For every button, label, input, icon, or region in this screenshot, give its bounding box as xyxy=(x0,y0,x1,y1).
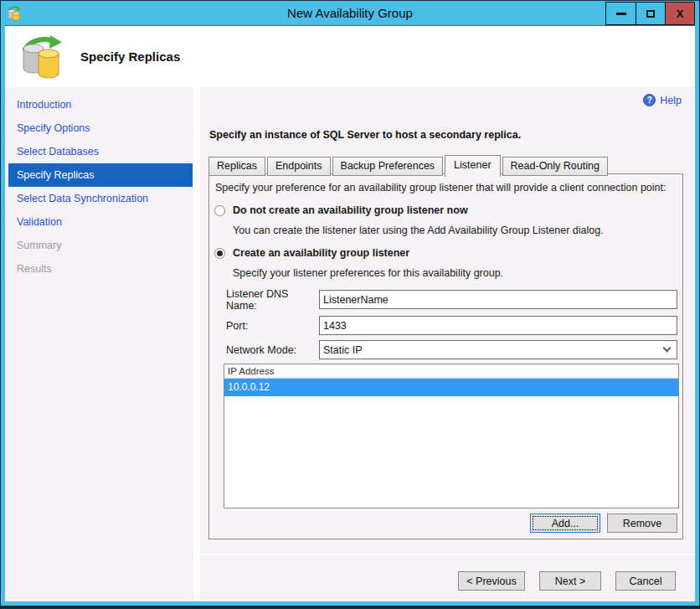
tab-endpoints[interactable]: Endpoints xyxy=(267,157,331,176)
option-no-listener-description: You can create the listener later using … xyxy=(233,225,604,236)
tab-strip: Replicas Endpoints Backup Preferences Li… xyxy=(208,155,610,176)
tab-listener[interactable]: Listener xyxy=(445,155,500,177)
port-label: Port: xyxy=(226,320,319,332)
listener-dns-name-input[interactable] xyxy=(319,290,677,309)
ip-address-list[interactable]: IP Address 10.0.0.12 xyxy=(224,364,679,508)
availability-group-icon xyxy=(18,33,67,80)
main-area: Introduction Specify Options Select Data… xyxy=(5,87,695,601)
add-button[interactable]: Add... xyxy=(530,514,600,533)
sidebar-item-specify-options[interactable]: Specify Options xyxy=(8,116,193,140)
ip-address-row[interactable]: 10.0.0.12 xyxy=(224,379,678,396)
network-mode-value: Static IP xyxy=(323,344,363,356)
remove-button[interactable]: Remove xyxy=(607,514,677,533)
option-create-listener-description: Specify your listener preferences for th… xyxy=(233,267,503,279)
help-icon: ? xyxy=(643,94,656,106)
network-mode-select[interactable]: Static IP xyxy=(319,340,677,359)
tab-read-only-routing[interactable]: Read-Only Routing xyxy=(502,157,608,176)
radio-no-listener[interactable] xyxy=(214,205,225,216)
content-area: ? Help Specify an instance of SQL Server… xyxy=(200,87,695,601)
chevron-down-icon xyxy=(663,344,672,353)
network-mode-label: Network Mode: xyxy=(226,344,319,356)
sidebar-item-summary: Summary xyxy=(8,234,193,257)
close-icon: X xyxy=(677,8,684,19)
next-button[interactable]: Next > xyxy=(539,571,601,591)
ip-address-column-header[interactable]: IP Address xyxy=(224,364,678,379)
option-create-listener-row: Create an availability group listener xyxy=(214,247,409,259)
port-input[interactable] xyxy=(319,316,677,335)
port-row: Port: xyxy=(226,316,677,335)
option-create-listener-label[interactable]: Create an availability group listener xyxy=(233,247,409,259)
page-title: Specify Replicas xyxy=(80,49,180,64)
wizard-steps-sidebar: Introduction Specify Options Select Data… xyxy=(5,87,193,601)
listener-tab-panel: Specify your preference for an availabil… xyxy=(208,173,683,539)
window-title: New Availability Group xyxy=(1,6,699,20)
help-link[interactable]: ? Help xyxy=(643,94,682,106)
sidebar-item-select-databases[interactable]: Select Databases xyxy=(8,140,193,163)
window-controls: X xyxy=(605,2,695,25)
titlebar: New Availability Group X xyxy=(1,1,699,25)
ip-list-buttons: Add... Remove xyxy=(530,514,677,533)
maximize-button[interactable] xyxy=(636,3,665,24)
network-mode-row: Network Mode: Static IP xyxy=(226,340,677,359)
minimize-icon xyxy=(616,13,626,15)
minimize-button[interactable] xyxy=(606,3,636,24)
listener-dns-name-row: Listener DNS Name: xyxy=(226,290,677,309)
close-button[interactable]: X xyxy=(665,3,694,24)
dialog-body: Specify Replicas Introduction Specify Op… xyxy=(5,25,695,601)
maximize-icon xyxy=(646,10,655,18)
option-no-listener-label[interactable]: Do not create an availability group list… xyxy=(233,204,468,216)
sidebar-item-specify-replicas[interactable]: Specify Replicas xyxy=(8,163,193,187)
sidebar-item-select-data-synchronization[interactable]: Select Data Synchronization xyxy=(8,187,193,210)
sidebar-item-introduction[interactable]: Introduction xyxy=(8,93,193,116)
sidebar-item-validation[interactable]: Validation xyxy=(8,210,193,234)
cancel-button[interactable]: Cancel xyxy=(615,571,676,591)
wizard-window: New Availability Group X Sp xyxy=(0,0,700,609)
option-no-listener-row: Do not create an availability group list… xyxy=(214,204,468,216)
wizard-footer: < Previous Next > Cancel xyxy=(200,554,695,601)
listener-intro-text: Specify your preference for an availabil… xyxy=(215,182,676,194)
wizard-header: Specify Replicas xyxy=(5,26,695,86)
sidebar-item-results: Results xyxy=(8,257,193,281)
previous-button[interactable]: < Previous xyxy=(458,571,525,591)
tab-replicas[interactable]: Replicas xyxy=(208,157,265,176)
help-label: Help xyxy=(660,95,682,106)
radio-create-listener[interactable] xyxy=(214,248,225,259)
instruction-text: Specify an instance of SQL Server to hos… xyxy=(209,129,521,141)
tab-backup-preferences[interactable]: Backup Preferences xyxy=(332,157,444,176)
listener-dns-name-label: Listener DNS Name: xyxy=(226,288,319,312)
